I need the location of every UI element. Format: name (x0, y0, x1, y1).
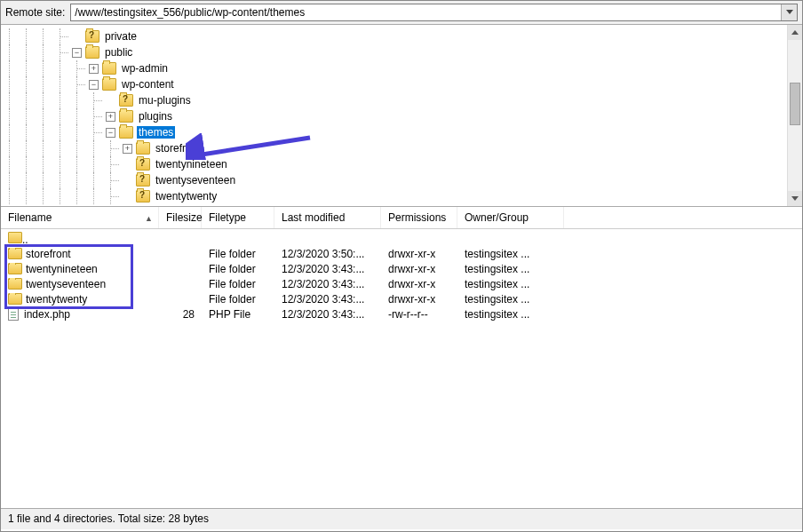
folder-icon (85, 30, 99, 43)
file-permissions: drwxr-xr-x (381, 278, 457, 290)
col-header-modified[interactable]: Last modified (274, 207, 381, 228)
file-type: File folder (202, 263, 274, 275)
collapse-toggle[interactable]: − (72, 48, 82, 58)
file-name: twentynineteen (26, 263, 98, 275)
file-list-pane: Filename▲ Filesize Filetype Last modifie… (1, 207, 802, 508)
file-permissions: drwxr-xr-x (381, 263, 457, 275)
file-name: storefront (26, 248, 71, 260)
folder-icon (136, 174, 150, 187)
folder-icon (136, 142, 150, 155)
col-header-permissions[interactable]: Permissions (381, 207, 457, 228)
tree-item-label: twentynineteen (154, 158, 229, 171)
tree-item-storefront[interactable]: +storefront (1, 140, 802, 156)
file-type: File folder (202, 278, 274, 290)
php-file-icon (8, 308, 19, 321)
file-owner: testingsitex ... (457, 278, 564, 290)
scroll-track[interactable] (788, 40, 802, 191)
tree-item-twentyseventeen[interactable]: twentyseventeen (1, 172, 802, 188)
folder-icon (8, 263, 22, 274)
folder-icon (136, 158, 150, 171)
file-type: File folder (202, 293, 274, 306)
tree-item-label: public (103, 46, 134, 59)
toggle-spacer (123, 176, 132, 186)
file-list-header: Filename▲ Filesize Filetype Last modifie… (1, 207, 802, 229)
expand-toggle[interactable]: + (106, 112, 115, 122)
tree-scrollbar[interactable] (787, 25, 802, 206)
tree-item-private[interactable]: private (1, 28, 802, 44)
folder-icon (119, 110, 133, 123)
collapse-toggle[interactable]: − (89, 80, 99, 90)
col-header-owner[interactable]: Owner/Group (457, 207, 564, 228)
parent-dir-row[interactable]: .. (1, 231, 802, 246)
tree-item-plugins[interactable]: +plugins (1, 108, 802, 124)
tree-item-twentynineteen[interactable]: twentynineteen (1, 156, 802, 172)
tree-item-label: wp-content (120, 78, 176, 91)
folder-icon (102, 78, 116, 91)
expand-toggle[interactable]: + (123, 144, 132, 154)
file-name: twentyseventeen (26, 278, 106, 290)
file-modified: 12/3/2020 3:50:... (274, 248, 381, 260)
file-row[interactable]: storefrontFile folder12/3/2020 3:50:...d… (1, 246, 802, 261)
file-row[interactable]: twentyseventeenFile folder12/3/2020 3:43… (1, 276, 802, 291)
tree-item-label: twentytwenty (154, 190, 219, 202)
file-owner: testingsitex ... (457, 308, 564, 321)
tree-item-label: plugins (137, 110, 174, 123)
sort-asc-icon: ▲ (145, 214, 153, 223)
directory-tree-pane: private−public+wp-admin−wp-contentmu-plu… (1, 25, 802, 207)
tree-item-wp-content[interactable]: −wp-content (1, 76, 802, 92)
folder-icon (85, 46, 99, 59)
folder-icon (119, 94, 133, 107)
toggle-spacer (123, 160, 132, 170)
tree-item-twentytwenty[interactable]: twentytwenty (1, 188, 802, 204)
remote-path-input[interactable] (71, 4, 781, 20)
file-row[interactable]: index.php28PHP File12/3/2020 3:43:...-rw… (1, 306, 802, 322)
tree-item-label: wp-admin (120, 62, 170, 75)
file-list-body[interactable]: .. storefrontFile folder12/3/2020 3:50:.… (1, 229, 802, 508)
toggle-spacer (123, 192, 132, 202)
file-owner: testingsitex ... (457, 293, 564, 306)
tree-item-mu-plugins[interactable]: mu-plugins (1, 92, 802, 108)
folder-up-icon (8, 232, 22, 243)
file-type: PHP File (202, 308, 274, 321)
file-row[interactable]: twentynineteenFile folder12/3/2020 3:43:… (1, 261, 802, 276)
parent-dir-label: .. (22, 234, 28, 246)
folder-icon (8, 278, 22, 290)
col-header-filename[interactable]: Filename▲ (1, 207, 159, 228)
file-owner: testingsitex ... (457, 263, 564, 275)
path-field-wrap (70, 4, 798, 21)
file-modified: 12/3/2020 3:43:... (274, 308, 381, 321)
file-permissions: drwxr-xr-x (381, 248, 457, 260)
file-permissions: drwxr-xr-x (381, 293, 457, 306)
tree-item-label: mu-plugins (137, 94, 193, 107)
remote-site-bar: Remote site: (1, 1, 802, 25)
file-modified: 12/3/2020 3:43:... (274, 278, 381, 290)
path-dropdown-button[interactable] (781, 4, 797, 20)
tree-item-wp-admin[interactable]: +wp-admin (1, 60, 802, 76)
chevron-down-icon (786, 10, 793, 15)
status-bar: 1 file and 4 directories. Total size: 28… (1, 508, 802, 529)
remote-site-label: Remote site: (5, 6, 65, 19)
file-name: twentytwenty (26, 293, 87, 306)
file-row[interactable]: twentytwentyFile folder12/3/2020 3:43:..… (1, 291, 802, 306)
col-header-filesize[interactable]: Filesize (159, 207, 202, 228)
file-size: 28 (159, 308, 202, 321)
scroll-down-button[interactable] (788, 191, 802, 206)
file-name: index.php (24, 308, 70, 321)
file-owner: testingsitex ... (457, 248, 564, 260)
col-header-filetype[interactable]: Filetype (202, 207, 274, 228)
expand-toggle[interactable]: + (89, 64, 99, 74)
scroll-up-button[interactable] (788, 25, 802, 40)
folder-icon (136, 190, 150, 202)
tree-item-public[interactable]: −public (1, 44, 802, 60)
file-modified: 12/3/2020 3:43:... (274, 263, 381, 275)
tree-item-themes[interactable]: −themes (1, 124, 802, 140)
tree-item-label: twentyseventeen (154, 174, 237, 187)
chevron-down-icon (791, 196, 799, 202)
collapse-toggle[interactable]: − (106, 128, 115, 138)
tree-item-label: private (103, 30, 139, 43)
folder-icon (119, 126, 133, 139)
col-header-filename-label: Filename (8, 211, 52, 224)
tree-item-label: themes (137, 126, 175, 139)
scroll-thumb[interactable] (790, 83, 800, 125)
tree-item-label: storefront (154, 142, 203, 155)
